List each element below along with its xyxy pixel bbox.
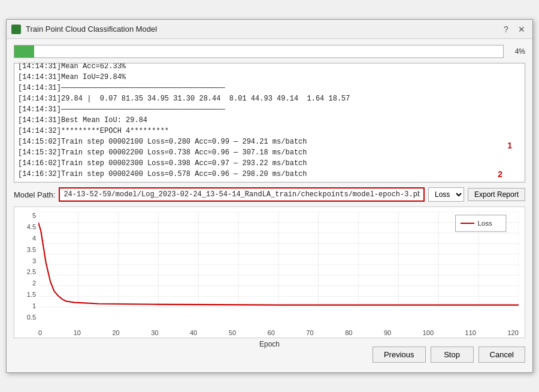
y-axis-labels: 5 4.5 4 3.5 3 2.5 2 1.5 1 0.5 xyxy=(14,212,36,321)
progress-label: 4% xyxy=(508,47,525,56)
model-path-row: Model Path: Loss Acc IoU Export Report xyxy=(14,187,525,202)
window-icon xyxy=(11,25,21,34)
export-report-button[interactable]: Export Report xyxy=(468,188,525,201)
title-bar: Train Point Cloud Classification Model ?… xyxy=(7,20,532,39)
main-window: Train Point Cloud Classification Model ?… xyxy=(6,19,533,373)
x-axis-title: Epoch xyxy=(14,340,525,348)
window-title: Train Point Cloud Classification Model xyxy=(26,25,500,34)
stop-button[interactable]: Stop xyxy=(431,347,474,363)
cancel-button[interactable]: Cancel xyxy=(479,347,525,363)
close-button[interactable]: ✕ xyxy=(516,23,528,35)
annotation-1: 1 xyxy=(507,141,512,150)
metric-select[interactable]: Loss Acc IoU xyxy=(428,187,464,202)
progress-bar-inner xyxy=(14,45,34,57)
log-area[interactable]: [14:13:54]Eval step 300/400[14:14:31]Eva… xyxy=(14,63,525,183)
svg-text:Loss: Loss xyxy=(477,219,492,227)
annotation-2: 2 xyxy=(498,169,502,179)
x-axis-labels: 0 10 20 30 40 50 60 70 80 90 100 110 120 xyxy=(38,329,519,336)
model-path-label: Model Path: xyxy=(14,190,55,199)
window-controls: ? ✕ xyxy=(500,23,528,35)
content-area: 4% [14:13:54]Eval step 300/400[14:14:31]… xyxy=(7,39,532,372)
help-button[interactable]: ? xyxy=(500,23,512,35)
progress-container: 4% xyxy=(14,45,525,58)
previous-button[interactable]: Previous xyxy=(373,347,426,363)
model-path-input[interactable] xyxy=(59,187,425,202)
loss-chart: Loss xyxy=(38,212,519,320)
log-wrapper: [14:13:54]Eval step 300/400[14:14:31]Eva… xyxy=(14,63,525,183)
chart-container: Loss 5 4.5 4 3.5 3 2.5 2 1.5 1 0.5 0 10 … xyxy=(14,206,525,338)
progress-bar-outer xyxy=(14,45,504,58)
